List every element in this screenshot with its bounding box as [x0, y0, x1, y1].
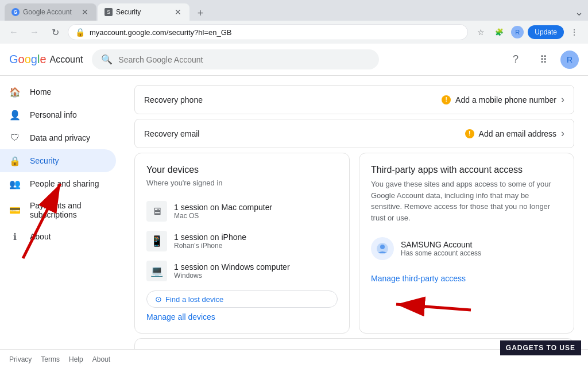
- toolbar-actions: ☆ 🧩 R Update ⋮: [473, 24, 582, 40]
- manage-third-party-link[interactable]: Manage third-party access: [371, 274, 562, 283]
- manage-devices-link[interactable]: Manage all devices: [146, 312, 338, 321]
- tab1-favicon: G: [11, 8, 20, 16]
- logo-e-letter: e: [40, 53, 46, 65]
- profile-icon[interactable]: R: [509, 24, 525, 40]
- iphone-icon: 📱: [146, 231, 167, 251]
- sidebar-item-data-privacy[interactable]: 🛡 Data and privacy: [0, 126, 116, 149]
- recovery-email-label: Recovery email: [144, 129, 465, 138]
- browser-toolbar: ← → ↻ 🔒 myaccount.google.com/security?hl…: [0, 21, 588, 44]
- device-info-iphone: 1 session on iPhone Rohan's iPhone: [174, 233, 338, 250]
- apps-icon[interactable]: ⠿: [533, 49, 554, 70]
- footer-terms-link[interactable]: Terms: [41, 355, 60, 363]
- recovery-email-row[interactable]: Recovery email ! Add an email address ›: [134, 119, 574, 148]
- sidebar-label-privacy: Data and privacy: [30, 133, 90, 142]
- extensions-icon[interactable]: 🧩: [491, 24, 507, 40]
- main-content: Recovery phone ! Add a mobile phone numb…: [121, 76, 588, 349]
- samsung-app-name: SAMSUNG Account: [401, 240, 562, 249]
- windows-icon: 💻: [146, 261, 167, 281]
- update-button[interactable]: Update: [528, 25, 564, 39]
- device-item-iphone: 📱 1 session on iPhone Rohan's iPhone: [146, 226, 338, 256]
- sidebar-label-security: Security: [30, 156, 59, 165]
- tab-2[interactable]: S Security ✕: [98, 3, 189, 21]
- device-type-iphone: Rohan's iPhone: [174, 242, 338, 250]
- recovery-phone-row[interactable]: Recovery phone ! Add a mobile phone numb…: [134, 85, 574, 114]
- recovery-phone-label: Recovery phone: [144, 95, 442, 104]
- sidebar-item-personal-info[interactable]: 👤 Personal info: [0, 103, 116, 126]
- footer-help-link[interactable]: Help: [69, 355, 83, 363]
- new-tab-button[interactable]: +: [193, 6, 208, 21]
- footer-about-link[interactable]: About: [92, 355, 110, 363]
- forward-button[interactable]: →: [26, 24, 42, 40]
- logo-o1-letter: o: [18, 53, 25, 65]
- find-device-button[interactable]: ⊙ Find a lost device: [146, 290, 338, 308]
- devices-card-subtitle: Where you're signed in: [146, 179, 338, 187]
- tab2-close[interactable]: ✕: [173, 7, 183, 17]
- google-logo: Google Account: [9, 53, 83, 66]
- devices-card-title: Your devices: [146, 165, 338, 175]
- samsung-app-icon: [371, 237, 394, 260]
- people-icon: 👥: [9, 178, 21, 189]
- device-info-windows: 1 session on Windows computer Windows: [174, 262, 338, 280]
- payment-icon: 💳: [9, 204, 21, 216]
- address-text: myaccount.google.com/security?hl=en_GB: [90, 28, 461, 37]
- third-party-description: You gave these sites and apps access to …: [371, 179, 562, 223]
- logo-o2-letter: o: [25, 53, 31, 65]
- header-account-label: Account: [50, 55, 83, 65]
- recovery-email-action: Add an email address: [479, 129, 556, 138]
- sidebar-item-payments[interactable]: 💳 Payments and subscriptions: [0, 195, 116, 225]
- footer-privacy-link[interactable]: Privacy: [9, 355, 32, 363]
- tab-1[interactable]: G Google Account ✕: [5, 3, 96, 21]
- cards-grid: Your devices Where you're signed in 🖥 1 …: [134, 153, 574, 334]
- logo-g-letter: G: [9, 53, 18, 65]
- device-type-windows: Windows: [174, 272, 338, 280]
- search-icon: 🔍: [101, 54, 113, 65]
- third-party-title: Third-party apps with account access: [371, 165, 562, 175]
- samsung-app-access: Has some account access: [401, 249, 562, 257]
- samsung-app-item: SAMSUNG Account Has some account access: [371, 233, 562, 265]
- search-input[interactable]: [118, 55, 370, 64]
- tab1-close[interactable]: ✕: [80, 7, 90, 17]
- avatar[interactable]: R: [560, 51, 579, 69]
- privacy-icon: 🛡: [9, 132, 21, 144]
- recovery-email-status: ! Add an email address ›: [465, 127, 564, 140]
- bookmark-icon[interactable]: ☆: [473, 24, 489, 40]
- sidebar-item-security[interactable]: 🔒 Security: [0, 149, 116, 172]
- recovery-phone-action: Add a mobile phone number: [455, 95, 556, 104]
- devices-card: Your devices Where you're signed in 🖥 1 …: [134, 153, 350, 334]
- tab1-title: Google Account: [23, 8, 77, 16]
- device-name-windows: 1 session on Windows computer: [174, 262, 338, 272]
- sidebar-label-about: About: [30, 232, 51, 241]
- lock-icon: 🔒: [75, 28, 85, 37]
- warning-dot-phone: !: [442, 95, 451, 104]
- device-item-mac: 🖥 1 session on Mac computer Mac OS: [146, 196, 338, 226]
- help-icon[interactable]: ?: [505, 49, 526, 70]
- address-bar[interactable]: 🔒 myaccount.google.com/security?hl=en_GB: [68, 24, 468, 40]
- find-icon: ⊙: [155, 295, 162, 304]
- back-button[interactable]: ←: [6, 24, 22, 40]
- svg-point-1: [380, 245, 385, 249]
- info-icon: ℹ: [9, 231, 21, 242]
- sidebar-label-personal: Personal info: [30, 110, 77, 119]
- warning-dot-email: !: [465, 129, 474, 138]
- sidebar-item-home[interactable]: 🏠 Home: [0, 80, 116, 103]
- sidebar-label-people: People and sharing: [30, 179, 99, 188]
- reload-button[interactable]: ↻: [47, 24, 63, 40]
- find-device-label: Find a lost device: [165, 295, 223, 304]
- device-item-windows: 💻 1 session on Windows computer Windows: [146, 256, 338, 286]
- sidebar-label-payments: Payments and subscriptions: [30, 201, 107, 219]
- recovery-phone-status: ! Add a mobile phone number ›: [442, 94, 564, 106]
- menu-icon[interactable]: ⋮: [566, 24, 582, 40]
- app-body: 🏠 Home 👤 Personal info 🛡 Data and privac…: [0, 76, 588, 349]
- samsung-app-info: SAMSUNG Account Has some account access: [401, 240, 562, 257]
- watermark: GADGETS TO USE: [500, 340, 581, 355]
- watermark-text: GADGETS TO USE: [506, 344, 575, 352]
- search-box[interactable]: 🔍: [92, 49, 379, 69]
- sidebar-item-about[interactable]: ℹ About: [0, 225, 116, 248]
- device-type-mac: Mac OS: [174, 212, 338, 220]
- chevron-right-email: ›: [561, 127, 564, 140]
- sidebar: 🏠 Home 👤 Personal info 🛡 Data and privac…: [0, 76, 121, 349]
- sidebar-item-people-sharing[interactable]: 👥 People and sharing: [0, 172, 116, 195]
- device-name-mac: 1 session on Mac computer: [174, 203, 338, 212]
- header-right: ? ⠿ R: [505, 49, 579, 70]
- tab-overflow-button[interactable]: ⌄: [575, 6, 583, 18]
